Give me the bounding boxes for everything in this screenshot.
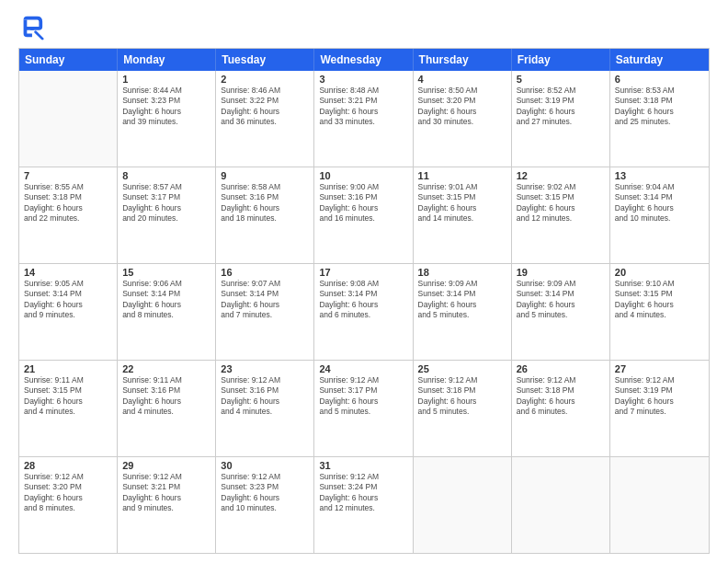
day-number: 17 bbox=[319, 267, 407, 278]
calendar-cell-11: 11Sunrise: 9:01 AM Sunset: 3:15 PM Dayli… bbox=[414, 167, 512, 263]
calendar-cell-29: 29Sunrise: 9:12 AM Sunset: 3:21 PM Dayli… bbox=[118, 457, 216, 553]
day-number: 4 bbox=[418, 74, 506, 85]
calendar-cell-13: 13Sunrise: 9:04 AM Sunset: 3:14 PM Dayli… bbox=[610, 167, 709, 263]
day-number: 24 bbox=[319, 363, 407, 374]
calendar-cell-empty-4-5 bbox=[512, 457, 610, 553]
calendar-cell-14: 14Sunrise: 9:05 AM Sunset: 3:14 PM Dayli… bbox=[19, 264, 118, 360]
day-info: Sunrise: 9:12 AM Sunset: 3:23 PM Dayligh… bbox=[221, 472, 309, 514]
calendar: SundayMondayTuesdayWednesdayThursdayFrid… bbox=[18, 48, 710, 554]
day-number: 1 bbox=[122, 74, 210, 85]
day-number: 19 bbox=[517, 267, 605, 278]
calendar-cell-20: 20Sunrise: 9:10 AM Sunset: 3:15 PM Dayli… bbox=[610, 264, 709, 360]
day-info: Sunrise: 8:44 AM Sunset: 3:23 PM Dayligh… bbox=[122, 86, 210, 128]
day-number: 31 bbox=[319, 460, 407, 471]
calendar-cell-31: 31Sunrise: 9:12 AM Sunset: 3:24 PM Dayli… bbox=[314, 457, 413, 553]
calendar-row-3: 21Sunrise: 9:11 AM Sunset: 3:15 PM Dayli… bbox=[19, 360, 709, 456]
day-number: 8 bbox=[122, 170, 210, 181]
day-info: Sunrise: 9:07 AM Sunset: 3:14 PM Dayligh… bbox=[221, 279, 309, 321]
calendar-cell-12: 12Sunrise: 9:02 AM Sunset: 3:15 PM Dayli… bbox=[512, 167, 610, 263]
calendar-header-cell-friday: Friday bbox=[512, 49, 610, 71]
day-number: 26 bbox=[517, 363, 605, 374]
day-info: Sunrise: 9:09 AM Sunset: 3:14 PM Dayligh… bbox=[517, 279, 605, 321]
day-number: 16 bbox=[221, 267, 309, 278]
calendar-cell-19: 19Sunrise: 9:09 AM Sunset: 3:14 PM Dayli… bbox=[512, 264, 610, 360]
calendar-row-0: 1Sunrise: 8:44 AM Sunset: 3:23 PM Daylig… bbox=[19, 71, 709, 167]
calendar-header-cell-wednesday: Wednesday bbox=[314, 49, 413, 71]
calendar-cell-1: 1Sunrise: 8:44 AM Sunset: 3:23 PM Daylig… bbox=[118, 71, 216, 167]
day-number: 25 bbox=[418, 363, 506, 374]
calendar-cell-15: 15Sunrise: 9:06 AM Sunset: 3:14 PM Dayli… bbox=[118, 264, 216, 360]
calendar-cell-22: 22Sunrise: 9:11 AM Sunset: 3:16 PM Dayli… bbox=[118, 361, 216, 456]
calendar-cell-5: 5Sunrise: 8:52 AM Sunset: 3:19 PM Daylig… bbox=[512, 71, 610, 167]
day-number: 27 bbox=[615, 363, 704, 374]
day-number: 3 bbox=[319, 74, 407, 85]
day-info: Sunrise: 9:12 AM Sunset: 3:16 PM Dayligh… bbox=[221, 375, 309, 418]
day-info: Sunrise: 8:57 AM Sunset: 3:17 PM Dayligh… bbox=[122, 182, 210, 224]
calendar-header-cell-sunday: Sunday bbox=[19, 49, 118, 71]
calendar-cell-empty-4-4 bbox=[414, 457, 512, 553]
calendar-cell-24: 24Sunrise: 9:12 AM Sunset: 3:17 PM Dayli… bbox=[314, 361, 413, 456]
day-info: Sunrise: 9:01 AM Sunset: 3:15 PM Dayligh… bbox=[418, 182, 506, 224]
day-number: 30 bbox=[221, 460, 309, 471]
day-info: Sunrise: 9:12 AM Sunset: 3:20 PM Dayligh… bbox=[24, 472, 112, 514]
calendar-header-cell-saturday: Saturday bbox=[610, 49, 709, 71]
day-number: 7 bbox=[24, 170, 112, 181]
calendar-cell-6: 6Sunrise: 8:53 AM Sunset: 3:18 PM Daylig… bbox=[610, 71, 709, 167]
day-info: Sunrise: 8:52 AM Sunset: 3:19 PM Dayligh… bbox=[517, 86, 605, 128]
calendar-cell-21: 21Sunrise: 9:11 AM Sunset: 3:15 PM Dayli… bbox=[19, 361, 118, 456]
logo-icon bbox=[18, 15, 44, 40]
calendar-cell-9: 9Sunrise: 8:58 AM Sunset: 3:16 PM Daylig… bbox=[216, 167, 314, 263]
calendar-cell-23: 23Sunrise: 9:12 AM Sunset: 3:16 PM Dayli… bbox=[216, 361, 314, 456]
day-number: 20 bbox=[615, 267, 704, 278]
day-number: 10 bbox=[319, 170, 407, 181]
day-info: Sunrise: 9:12 AM Sunset: 3:24 PM Dayligh… bbox=[319, 472, 407, 514]
day-info: Sunrise: 9:08 AM Sunset: 3:14 PM Dayligh… bbox=[319, 279, 407, 321]
day-info: Sunrise: 9:12 AM Sunset: 3:21 PM Dayligh… bbox=[122, 472, 210, 514]
calendar-cell-17: 17Sunrise: 9:08 AM Sunset: 3:14 PM Dayli… bbox=[314, 264, 413, 360]
day-info: Sunrise: 9:11 AM Sunset: 3:16 PM Dayligh… bbox=[122, 375, 210, 418]
day-info: Sunrise: 9:12 AM Sunset: 3:18 PM Dayligh… bbox=[418, 375, 506, 418]
calendar-cell-4: 4Sunrise: 8:50 AM Sunset: 3:20 PM Daylig… bbox=[414, 71, 512, 167]
day-number: 28 bbox=[24, 460, 112, 471]
day-number: 21 bbox=[24, 363, 112, 374]
calendar-cell-empty-4-6 bbox=[610, 457, 709, 553]
calendar-cell-empty-0-0 bbox=[19, 71, 118, 167]
calendar-cell-8: 8Sunrise: 8:57 AM Sunset: 3:17 PM Daylig… bbox=[118, 167, 216, 263]
day-info: Sunrise: 8:58 AM Sunset: 3:16 PM Dayligh… bbox=[221, 182, 309, 224]
day-info: Sunrise: 9:12 AM Sunset: 3:19 PM Dayligh… bbox=[615, 375, 704, 418]
calendar-header-cell-thursday: Thursday bbox=[414, 49, 512, 71]
day-info: Sunrise: 8:48 AM Sunset: 3:21 PM Dayligh… bbox=[319, 86, 407, 128]
day-info: Sunrise: 9:12 AM Sunset: 3:18 PM Dayligh… bbox=[517, 375, 605, 418]
day-number: 12 bbox=[517, 170, 605, 181]
day-number: 11 bbox=[418, 170, 506, 181]
calendar-cell-27: 27Sunrise: 9:12 AM Sunset: 3:19 PM Dayli… bbox=[610, 361, 709, 456]
calendar-cell-26: 26Sunrise: 9:12 AM Sunset: 3:18 PM Dayli… bbox=[512, 361, 610, 456]
day-info: Sunrise: 9:05 AM Sunset: 3:14 PM Dayligh… bbox=[24, 279, 112, 321]
calendar-cell-7: 7Sunrise: 8:55 AM Sunset: 3:18 PM Daylig… bbox=[19, 167, 118, 263]
day-info: Sunrise: 9:00 AM Sunset: 3:16 PM Dayligh… bbox=[319, 182, 407, 224]
calendar-cell-18: 18Sunrise: 9:09 AM Sunset: 3:14 PM Dayli… bbox=[414, 264, 512, 360]
calendar-cell-3: 3Sunrise: 8:48 AM Sunset: 3:21 PM Daylig… bbox=[314, 71, 413, 167]
day-info: Sunrise: 9:04 AM Sunset: 3:14 PM Dayligh… bbox=[615, 182, 704, 224]
day-info: Sunrise: 9:11 AM Sunset: 3:15 PM Dayligh… bbox=[24, 375, 112, 418]
day-info: Sunrise: 9:09 AM Sunset: 3:14 PM Dayligh… bbox=[418, 279, 506, 321]
day-number: 9 bbox=[221, 170, 309, 181]
calendar-cell-10: 10Sunrise: 9:00 AM Sunset: 3:16 PM Dayli… bbox=[314, 167, 413, 263]
day-info: Sunrise: 9:06 AM Sunset: 3:14 PM Dayligh… bbox=[122, 279, 210, 321]
day-number: 15 bbox=[122, 267, 210, 278]
calendar-row-4: 28Sunrise: 9:12 AM Sunset: 3:20 PM Dayli… bbox=[19, 456, 709, 553]
calendar-body: 1Sunrise: 8:44 AM Sunset: 3:23 PM Daylig… bbox=[19, 71, 709, 553]
day-info: Sunrise: 8:50 AM Sunset: 3:20 PM Dayligh… bbox=[418, 86, 506, 128]
calendar-header-cell-monday: Monday bbox=[118, 49, 216, 71]
calendar-cell-28: 28Sunrise: 9:12 AM Sunset: 3:20 PM Dayli… bbox=[19, 457, 118, 553]
calendar-cell-25: 25Sunrise: 9:12 AM Sunset: 3:18 PM Dayli… bbox=[414, 361, 512, 456]
calendar-header-cell-tuesday: Tuesday bbox=[216, 49, 314, 71]
day-info: Sunrise: 8:55 AM Sunset: 3:18 PM Dayligh… bbox=[24, 182, 112, 224]
day-number: 18 bbox=[418, 267, 506, 278]
calendar-cell-2: 2Sunrise: 8:46 AM Sunset: 3:22 PM Daylig… bbox=[216, 71, 314, 167]
day-info: Sunrise: 9:12 AM Sunset: 3:17 PM Dayligh… bbox=[319, 375, 407, 418]
day-info: Sunrise: 9:10 AM Sunset: 3:15 PM Dayligh… bbox=[615, 279, 704, 321]
day-number: 2 bbox=[221, 74, 309, 85]
day-number: 5 bbox=[517, 74, 605, 85]
day-info: Sunrise: 9:02 AM Sunset: 3:15 PM Dayligh… bbox=[517, 182, 605, 224]
